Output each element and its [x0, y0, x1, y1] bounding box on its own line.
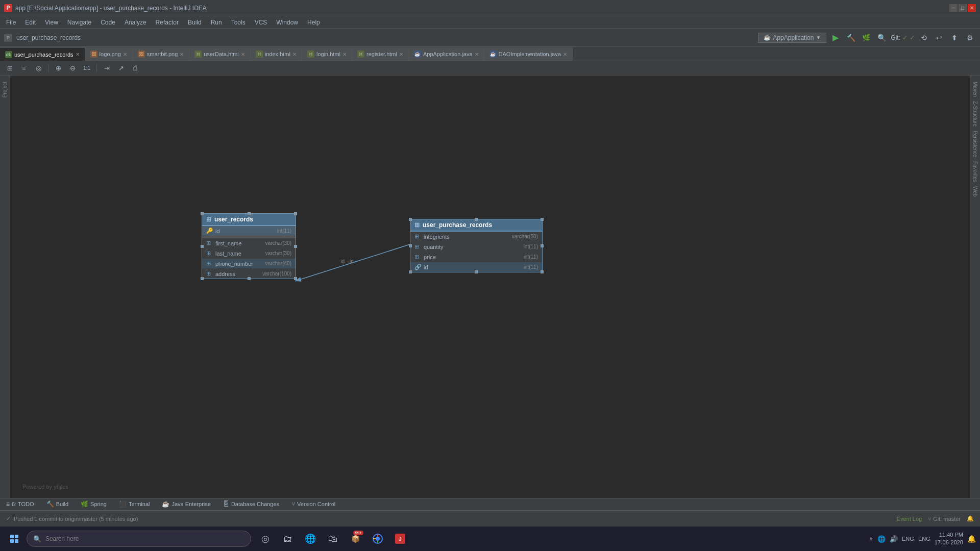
menu-help[interactable]: Help: [303, 18, 324, 27]
package-manager-button[interactable]: 📦 99+: [345, 529, 365, 549]
tab-login-html[interactable]: H login.html ✕: [302, 47, 352, 61]
tab-close-3[interactable]: ✕: [241, 52, 245, 57]
menu-code[interactable]: Code: [96, 18, 119, 27]
resize-tm[interactable]: [248, 212, 251, 215]
menu-build[interactable]: Build: [184, 18, 206, 27]
resize-tl[interactable]: [201, 212, 204, 215]
zoom-in-button[interactable]: ⊕: [53, 63, 64, 74]
settings-button[interactable]: ⚙: [964, 32, 976, 44]
resize-br-2[interactable]: [541, 270, 544, 273]
bottom-tab-java-enterprise[interactable]: ☕ Java Enterprise: [160, 499, 212, 509]
field-row-last-name[interactable]: ⊞ last_name varchar(30): [202, 248, 296, 259]
search-button[interactable]: 🔍: [875, 32, 888, 44]
menu-run[interactable]: Run: [207, 18, 226, 27]
user-records-table[interactable]: ⊞ user_records 🔑 id int(11) ⊞ first_name…: [202, 213, 296, 279]
menu-window[interactable]: Window: [272, 18, 302, 27]
resize-bl-2[interactable]: [409, 270, 412, 273]
resize-tm-2[interactable]: [475, 218, 478, 221]
menu-tools[interactable]: Tools: [227, 18, 250, 27]
target-button[interactable]: ◎: [33, 63, 44, 74]
menu-navigate[interactable]: Navigate: [63, 18, 95, 27]
clock[interactable]: 11:40 PM 17-06-2020: [935, 531, 963, 547]
volume-icon[interactable]: 🔊: [890, 535, 898, 543]
field-row-price[interactable]: ⊞ price int(11): [410, 252, 542, 262]
chrome-button[interactable]: [368, 529, 388, 549]
push-button[interactable]: ⬆: [948, 32, 961, 44]
resize-tl-2[interactable]: [409, 218, 412, 221]
bottom-tab-build[interactable]: 🔨 Build: [44, 499, 70, 509]
tab-close-2[interactable]: ✕: [180, 52, 184, 57]
tray-chevron-icon[interactable]: ∧: [869, 535, 873, 542]
task-view-button[interactable]: ◎: [255, 529, 276, 549]
tab-smartbit-png[interactable]: 🖼 smartbit.png ✕: [133, 47, 190, 61]
list-button[interactable]: ≡: [18, 63, 30, 74]
tab-close-0[interactable]: ✕: [76, 52, 80, 57]
tab-close-6[interactable]: ✕: [399, 52, 403, 57]
user-purchase-records-table[interactable]: ⊞ user_purchase_records ⊞ integrients va…: [410, 219, 543, 272]
bottom-tab-terminal[interactable]: ⬛ Terminal: [117, 499, 152, 509]
tab-close-1[interactable]: ✕: [123, 52, 127, 57]
tab-close-4[interactable]: ✕: [292, 52, 297, 57]
tab-index-html[interactable]: H index.html ✕: [251, 47, 302, 61]
file-explorer-button[interactable]: 🗂: [278, 529, 298, 549]
tab-userData-html[interactable]: H userData.html ✕: [189, 47, 250, 61]
app-selector[interactable]: ☕ AppApplication ▼: [758, 33, 826, 43]
tab-user-purchase-records[interactable]: db user_purchase_records ✕: [0, 47, 85, 61]
sidebar-label-structure[interactable]: Z-Structure: [971, 99, 979, 129]
resize-mr-2[interactable]: [541, 244, 544, 247]
sidebar-label-maven[interactable]: Maven: [971, 80, 979, 99]
resize-bm[interactable]: [248, 277, 251, 280]
resize-br[interactable]: [294, 277, 297, 280]
tab-dao-impl-java[interactable]: ☕ DAOImplementation.java ✕: [484, 47, 573, 61]
resize-mr[interactable]: [294, 245, 297, 248]
resize-bl[interactable]: [201, 277, 204, 280]
menu-refactor[interactable]: Refactor: [152, 18, 183, 27]
taskbar-search[interactable]: 🔍 Search here: [27, 531, 251, 547]
field-row-id[interactable]: 🔑 id int(11): [202, 226, 296, 236]
tab-register-html[interactable]: H register.html ✕: [352, 47, 409, 61]
menu-edit[interactable]: Edit: [21, 18, 40, 27]
intellij-button[interactable]: J: [390, 529, 410, 549]
bottom-tab-spring[interactable]: 🌿 Spring: [79, 499, 109, 509]
sidebar-label-web[interactable]: Web: [971, 184, 979, 198]
tab-close-7[interactable]: ✕: [475, 52, 479, 57]
zoom-out-button[interactable]: ⊖: [67, 63, 78, 74]
close-button[interactable]: ✕: [968, 4, 976, 12]
store-button[interactable]: 🛍: [323, 529, 343, 549]
network-icon[interactable]: 🌐: [877, 535, 886, 543]
bottom-tab-todo[interactable]: ≡ 6: TODO: [4, 499, 36, 509]
resize-ml-2[interactable]: [409, 244, 412, 247]
edge-browser-button[interactable]: 🌐: [300, 529, 321, 549]
resize-tr-2[interactable]: [541, 218, 544, 221]
canvas-area[interactable]: id→id ⊞ user_records 🔑 id int(11): [10, 76, 970, 498]
event-log[interactable]: Event Log: [897, 516, 922, 522]
export-button[interactable]: ↗: [115, 63, 127, 74]
tab-app-application-java[interactable]: ☕ AppApplication.java ✕: [409, 47, 484, 61]
field-row-first-name[interactable]: ⊞ first_name varchar(30): [202, 238, 296, 248]
menu-view[interactable]: View: [41, 18, 62, 27]
build-button[interactable]: 🔨: [845, 32, 857, 44]
resize-ml[interactable]: [201, 245, 204, 248]
run-button[interactable]: ▶: [829, 32, 842, 44]
menu-file[interactable]: File: [2, 18, 20, 27]
tab-logo-png[interactable]: 🖼 logo.png ✕: [85, 47, 133, 61]
maximize-button[interactable]: □: [959, 4, 967, 12]
menu-vcs[interactable]: VCS: [251, 18, 272, 27]
notification-bell[interactable]: 🔔: [967, 535, 976, 543]
coverage-button[interactable]: 🌿: [860, 32, 872, 44]
tab-close-5[interactable]: ✕: [342, 52, 347, 57]
print-button[interactable]: ⎙: [130, 63, 141, 74]
resize-bm-2[interactable]: [475, 270, 478, 273]
history-button[interactable]: ⟲: [918, 32, 930, 44]
field-row-phone-number[interactable]: ⊞ phone_number varchar(40): [202, 259, 296, 269]
share-button[interactable]: ⇥: [101, 63, 112, 74]
sidebar-label-favorites[interactable]: Favorites: [971, 159, 979, 184]
sidebar-label-persistence[interactable]: Persistence: [971, 129, 979, 159]
bottom-tab-vcs[interactable]: ⑂ Version Control: [289, 499, 337, 509]
bottom-tab-db-changes[interactable]: 🗄 Database Changes: [221, 499, 281, 509]
menu-analyze[interactable]: Analyze: [120, 18, 151, 27]
minimize-button[interactable]: ─: [949, 4, 958, 12]
keyboard-lang[interactable]: ENG: [902, 536, 914, 542]
resize-tr[interactable]: [294, 212, 297, 215]
field-row-integrients[interactable]: ⊞ integrients varchar(50): [410, 232, 542, 242]
